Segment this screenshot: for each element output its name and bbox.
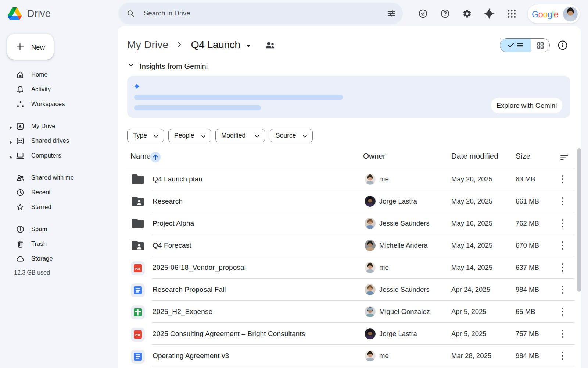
- svg-text:PDF: PDF: [135, 333, 141, 337]
- svg-text:PDF: PDF: [135, 267, 141, 270]
